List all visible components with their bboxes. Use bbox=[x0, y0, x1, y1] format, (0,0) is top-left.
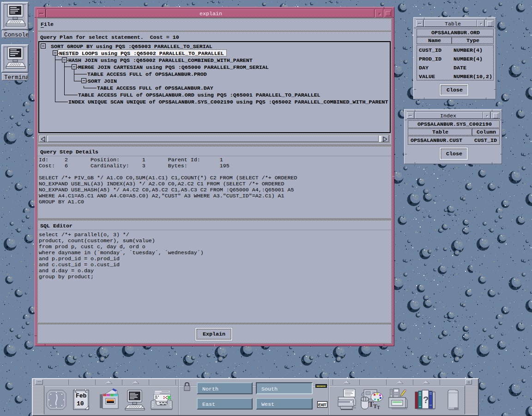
svg-text:10: 10 bbox=[77, 400, 84, 407]
svg-text:T: T bbox=[377, 405, 380, 410]
svg-text:Feb: Feb bbox=[76, 392, 87, 399]
svg-text:?: ? bbox=[423, 395, 429, 405]
